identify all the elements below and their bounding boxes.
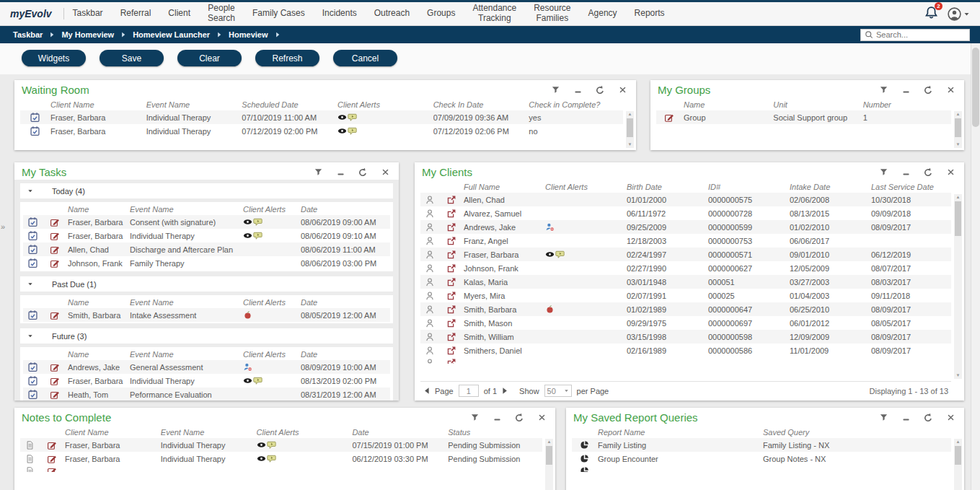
external-link-icon[interactable] — [446, 304, 457, 315]
external-link-icon[interactable] — [446, 345, 457, 356]
widgets-button[interactable]: Widgets — [22, 50, 86, 66]
save-button[interactable]: Save — [100, 50, 164, 66]
table-row[interactable]: Fraser, BarbaraIndividual Therapy07/12/2… — [20, 124, 623, 138]
breadcrumb-item-my-homeview[interactable]: My Homeview — [54, 30, 121, 39]
table-row[interactable]: Johnson, FrankFamily Therapy08/06/2019 0… — [23, 256, 390, 270]
person-icon[interactable] — [425, 222, 436, 232]
prev-page-button[interactable] — [423, 387, 430, 395]
table-row[interactable]: Andrews, JakeGeneral Assessment08/09/201… — [23, 360, 390, 374]
table-row[interactable]: Johnson, Frank02/27/1990000000062712/05/… — [420, 261, 951, 275]
table-row[interactable]: Fraser, Barbara02/24/1997000000057109/01… — [420, 248, 951, 261]
search-input[interactable] — [876, 30, 961, 39]
global-search[interactable] — [860, 29, 970, 41]
table-row[interactable]: Fraser, BarbaraConsent (with signature)0… — [23, 215, 390, 229]
person-icon[interactable] — [425, 194, 436, 205]
edit-icon[interactable] — [50, 244, 61, 255]
page-number-input[interactable]: 1 — [459, 385, 479, 397]
scrollbar[interactable] — [545, 439, 553, 490]
task-section-header[interactable]: Today (4) — [20, 183, 393, 198]
calendar-check-icon[interactable] — [30, 126, 40, 136]
person-icon[interactable] — [425, 263, 436, 274]
table-row[interactable]: GroupSocial Support group1 — [656, 110, 951, 124]
table-row[interactable]: Franz, Angel12/18/2003000000075306/06/20… — [420, 234, 951, 248]
table-row[interactable]: Heath, TomPeformance Evaluation08/31/201… — [23, 388, 390, 401]
close-icon[interactable] — [380, 167, 390, 178]
calendar-check-icon[interactable] — [27, 244, 38, 255]
calendar-check-icon[interactable] — [27, 375, 38, 386]
minimize-icon[interactable] — [335, 167, 345, 178]
edit-icon[interactable] — [50, 389, 61, 400]
person-icon[interactable] — [425, 290, 436, 301]
edit-icon[interactable] — [47, 439, 58, 450]
minimize-icon[interactable] — [901, 85, 911, 95]
external-link-icon[interactable] — [446, 263, 457, 274]
minimize-icon[interactable] — [901, 167, 911, 178]
external-link-icon[interactable] — [446, 222, 457, 232]
edit-icon[interactable] — [50, 230, 61, 241]
person-icon[interactable] — [425, 331, 436, 342]
table-row[interactable]: Kalas, Maria03/01/194800005103/27/200308… — [420, 275, 951, 289]
filter-icon[interactable] — [550, 85, 560, 95]
close-icon[interactable] — [945, 413, 955, 423]
filter-icon[interactable] — [469, 413, 480, 423]
clear-button[interactable]: Clear — [177, 50, 242, 66]
breadcrumb-item-taskbar[interactable]: Taskbar — [6, 30, 50, 39]
refresh-icon[interactable] — [514, 413, 524, 423]
filter-icon[interactable] — [878, 167, 888, 178]
table-row[interactable]: Smith, BarbaraIntake Assessment08/05/201… — [23, 308, 390, 322]
filter-icon[interactable] — [878, 85, 888, 95]
user-menu-button[interactable] — [947, 6, 970, 22]
table-row[interactable]: Smith, William03/15/1998000000059812/09/… — [420, 330, 951, 344]
pie-chart-icon[interactable] — [579, 439, 590, 450]
minimize-icon[interactable] — [492, 413, 502, 423]
close-icon[interactable] — [617, 85, 627, 95]
close-icon[interactable] — [945, 85, 955, 95]
nav-item-incidents[interactable]: Incidents — [314, 9, 366, 19]
document-icon[interactable] — [25, 439, 35, 450]
table-row[interactable]: Group EncounterGroup Notes - NX — [572, 452, 951, 465]
edit-icon[interactable] — [50, 375, 61, 386]
scrollbar[interactable] — [954, 194, 962, 379]
calendar-check-icon[interactable] — [27, 310, 38, 320]
table-row[interactable]: Fraser, BarbaraIndividual Therapy07/15/2… — [20, 438, 542, 452]
table-row[interactable]: Fraser, BarbaraIndividual Therapy06/12/2… — [20, 452, 542, 465]
scrollbar[interactable] — [626, 111, 634, 148]
table-row[interactable]: Allen, ChadDischarge and Aftercare Plan0… — [23, 242, 390, 256]
filter-icon[interactable] — [878, 413, 888, 423]
scrollbar[interactable] — [954, 439, 962, 490]
refresh-icon[interactable] — [595, 85, 605, 95]
table-row[interactable]: Andrews, Jake09/25/2009000000059901/02/2… — [420, 220, 951, 234]
page-scrollbar[interactable] — [971, 43, 980, 490]
calendar-check-icon[interactable] — [27, 362, 38, 372]
nav-item-outreach[interactable]: Outreach — [366, 9, 418, 19]
person-icon[interactable] — [425, 235, 436, 246]
nav-item-client[interactable]: Client — [159, 9, 199, 19]
refresh-icon[interactable] — [923, 167, 933, 178]
nav-item-taskbar[interactable]: Taskbar — [64, 9, 112, 19]
external-link-icon[interactable] — [446, 290, 457, 301]
table-row[interactable]: Fraser, BarbaraIndividual Therapy08/06/2… — [23, 229, 390, 242]
person-icon[interactable] — [425, 208, 436, 219]
sidebar-expand-button[interactable]: » — [1, 222, 5, 231]
external-link-icon[interactable] — [446, 194, 457, 205]
breadcrumb-item-homeview[interactable]: Homeview — [221, 30, 275, 39]
person-icon[interactable] — [425, 304, 436, 315]
refresh-icon[interactable] — [358, 167, 368, 178]
document-icon[interactable] — [25, 453, 35, 464]
external-link-icon[interactable] — [446, 331, 457, 342]
cancel-button[interactable]: Cancel — [333, 50, 397, 66]
calendar-check-icon[interactable] — [27, 258, 38, 268]
edit-icon[interactable] — [50, 258, 61, 268]
nav-item-people-search[interactable]: People Search — [199, 4, 244, 24]
table-row[interactable]: Fraser, BarbaraIndividual Therapy07/10/2… — [20, 110, 623, 124]
refresh-icon[interactable] — [923, 413, 933, 423]
pie-chart-icon[interactable] — [579, 453, 590, 464]
person-icon[interactable] — [425, 318, 436, 328]
person-icon[interactable] — [425, 345, 436, 356]
calendar-check-icon[interactable] — [27, 389, 38, 400]
calendar-check-icon[interactable] — [30, 112, 40, 123]
edit-icon[interactable] — [50, 310, 61, 320]
minimize-icon[interactable] — [901, 413, 911, 423]
scrollbar[interactable] — [954, 111, 962, 148]
table-row[interactable]: Allen, Chad01/01/2000000000057502/06/200… — [420, 193, 951, 206]
